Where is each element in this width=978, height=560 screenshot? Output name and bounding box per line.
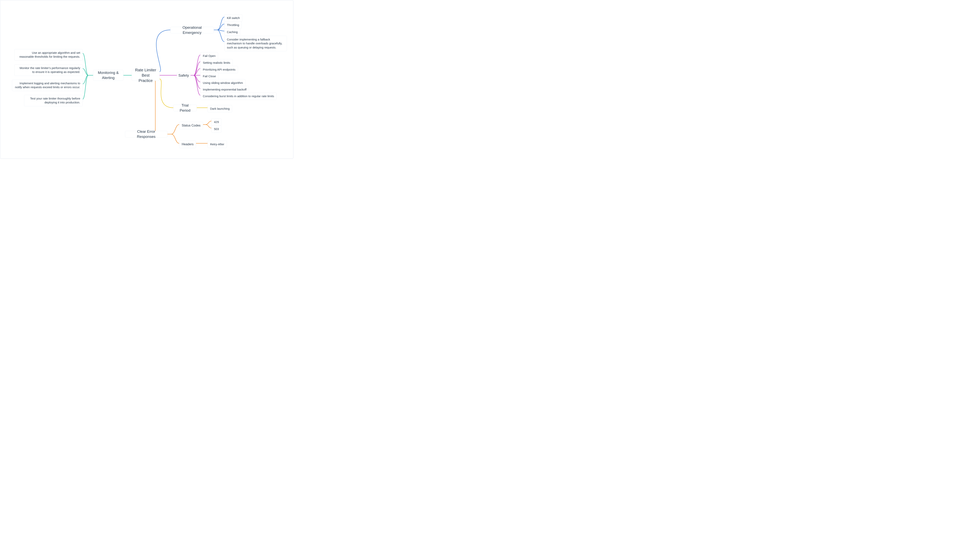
- branch-safety: Safety: [177, 72, 190, 79]
- safety-item-1: Setting realistic limits: [200, 59, 233, 67]
- branch-monitoring: Monitoring & Alerting: [93, 70, 124, 81]
- safety-item-5: Implementing exponential backoff: [200, 86, 249, 93]
- op-emergency-item-1: Throttling: [224, 21, 242, 29]
- monitoring-item-0: Use an appropriate algorithm and set rea…: [14, 49, 83, 61]
- errors-status-1: 503: [212, 125, 222, 133]
- branch-op-emergency: Operational Emergency: [170, 27, 214, 33]
- safety-item-3: Fail Close: [200, 73, 219, 80]
- errors-status-0: 429: [212, 118, 222, 126]
- monitoring-item-3: Test your rate limiter thoroughly before…: [24, 95, 83, 107]
- op-emergency-item-0: Kill switch: [224, 14, 242, 22]
- root-node: Rate Limiter Best Practice: [132, 70, 160, 81]
- branch-errors: Clear Error Responses: [125, 131, 167, 137]
- monitoring-item-1: Monitor the rate limiter's performance r…: [14, 64, 83, 76]
- safety-item-2: Prioritizing API endpoints: [200, 66, 238, 73]
- errors-headers: Headers: [179, 140, 196, 148]
- safety-item-4: Using sliding window algorithm: [200, 79, 245, 87]
- safety-item-6: Considering burst limits in addition to …: [200, 92, 277, 100]
- op-emergency-item-3: Consider implementing a fallback mechani…: [224, 36, 287, 51]
- monitoring-item-2: Implement logging and alerting mechanism…: [12, 80, 83, 91]
- mindmap-frame: Rate Limiter Best Practice Monitoring & …: [0, 0, 294, 159]
- errors-headers-0: Retry-After: [207, 141, 227, 148]
- safety-item-0: Fail Open: [200, 52, 218, 60]
- op-emergency-item-2: Caching: [224, 28, 240, 36]
- errors-status-codes: Status Codes: [179, 122, 203, 130]
- trial-item-0: Dark launching: [207, 105, 232, 112]
- branch-trial: Trial Period: [173, 105, 197, 111]
